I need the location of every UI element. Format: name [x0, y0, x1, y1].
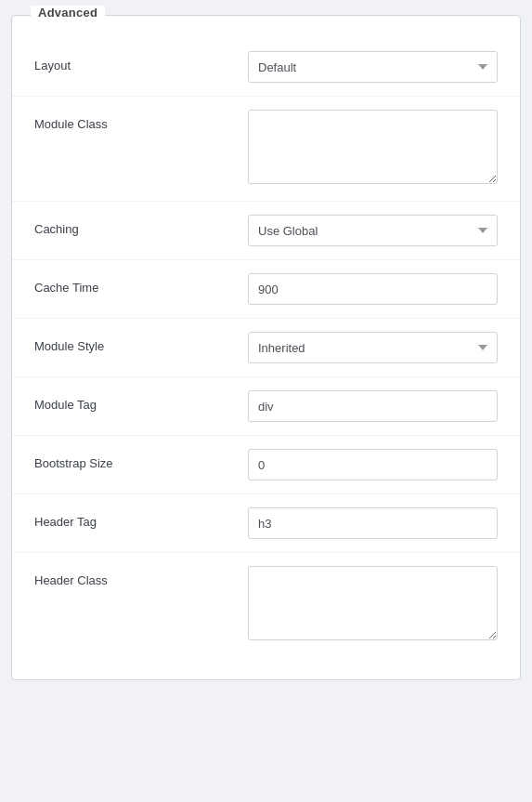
- module-tag-input[interactable]: [248, 390, 498, 422]
- module-class-label: Module Class: [34, 110, 248, 131]
- header-tag-input[interactable]: [248, 507, 498, 539]
- module-tag-control: [248, 390, 498, 422]
- caching-select[interactable]: Use Global No Caching: [248, 215, 498, 246]
- module-class-row: Module Class: [12, 97, 520, 202]
- layout-select[interactable]: Default: [248, 51, 498, 83]
- header-class-textarea[interactable]: [248, 566, 498, 640]
- caching-label: Caching: [34, 215, 248, 236]
- cache-time-input[interactable]: [248, 273, 498, 305]
- advanced-panel: Advanced Layout Default Module Class Cac…: [11, 15, 521, 680]
- page-wrapper: Advanced Layout Default Module Class Cac…: [0, 0, 532, 802]
- cache-time-control: [248, 273, 498, 305]
- caching-control: Use Global No Caching: [248, 215, 498, 246]
- header-class-control: [248, 566, 498, 644]
- module-style-select[interactable]: Inherited None rounded xhtml html5 outli…: [248, 332, 498, 363]
- header-class-row: Header Class: [12, 553, 520, 657]
- cache-time-row: Cache Time: [12, 260, 520, 319]
- layout-control: Default: [248, 51, 498, 83]
- caching-row: Caching Use Global No Caching: [12, 202, 520, 260]
- cache-time-label: Cache Time: [34, 273, 248, 295]
- module-class-control: [248, 110, 498, 188]
- header-tag-label: Header Tag: [34, 507, 248, 529]
- bootstrap-size-input[interactable]: [248, 449, 498, 480]
- module-tag-label: Module Tag: [34, 390, 248, 412]
- layout-label: Layout: [34, 51, 248, 72]
- panel-title: Advanced: [31, 6, 105, 20]
- module-tag-row: Module Tag: [12, 377, 520, 436]
- header-tag-row: Header Tag: [12, 494, 520, 553]
- bootstrap-size-label: Bootstrap Size: [34, 449, 248, 470]
- module-style-label: Module Style: [34, 332, 248, 353]
- module-class-textarea[interactable]: [248, 110, 498, 184]
- header-tag-control: [248, 507, 498, 539]
- bootstrap-size-row: Bootstrap Size: [12, 436, 520, 494]
- layout-row: Layout Default: [12, 38, 520, 97]
- bootstrap-size-control: [248, 449, 498, 480]
- module-style-row: Module Style Inherited None rounded xhtm…: [12, 319, 520, 377]
- module-style-control: Inherited None rounded xhtml html5 outli…: [248, 332, 498, 363]
- header-class-label: Header Class: [34, 566, 248, 587]
